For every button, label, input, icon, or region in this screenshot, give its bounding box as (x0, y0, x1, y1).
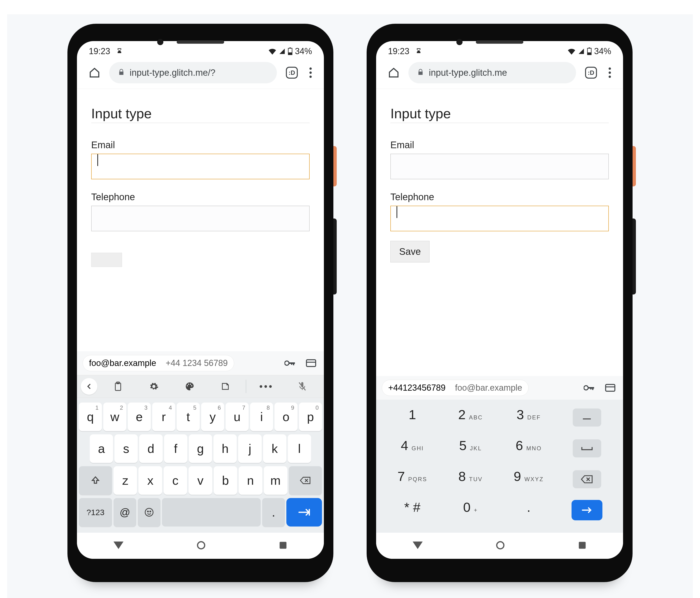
key-l[interactable]: l (288, 434, 311, 463)
nav-back-icon[interactable] (413, 542, 423, 550)
dial-key-5[interactable]: 5JKL (442, 438, 500, 459)
chevron-left-icon[interactable] (81, 378, 97, 395)
autofill-chip[interactable]: +44123456789 foo@bar.example (382, 380, 529, 396)
overflow-menu-icon[interactable] (307, 65, 315, 80)
telephone-field[interactable] (390, 206, 609, 231)
home-icon[interactable] (86, 65, 103, 81)
key-f[interactable]: f (164, 434, 188, 463)
key-b[interactable]: b (214, 466, 237, 495)
divider (390, 123, 609, 123)
battery-percent: 34% (594, 46, 611, 56)
password-key-icon[interactable] (579, 384, 599, 391)
svg-rect-8 (293, 363, 294, 365)
key-y[interactable]: 6y (201, 402, 224, 431)
telephone-field[interactable] (91, 206, 310, 231)
telephone-label: Telephone (91, 192, 310, 202)
symbols-key[interactable]: ?123 (79, 498, 112, 526)
dial-key-7[interactable]: 7PQRS (383, 469, 442, 490)
key-row-2: asdfghjkl (79, 434, 322, 463)
sticker-icon[interactable] (207, 382, 243, 391)
at-key[interactable]: @ (114, 498, 136, 526)
address-bar[interactable]: input-type.glitch.me/? (109, 62, 277, 83)
overflow-menu-icon[interactable] (606, 65, 614, 80)
card-icon[interactable] (304, 359, 318, 367)
key-r[interactable]: 4r (152, 402, 175, 431)
nav-home-icon[interactable] (196, 541, 206, 551)
palette-icon[interactable] (172, 382, 207, 391)
key-j[interactable]: j (238, 434, 261, 463)
nav-recents-icon[interactable] (578, 541, 586, 550)
dial-key-enter[interactable] (558, 499, 616, 521)
dial-key-* #[interactable]: * # (383, 499, 442, 521)
nav-recents-icon[interactable] (279, 541, 287, 550)
gear-icon[interactable] (136, 382, 172, 391)
key-x[interactable]: x (139, 466, 162, 495)
dial-key-space[interactable] (558, 438, 616, 459)
key-a[interactable]: a (90, 434, 113, 463)
url-text: input-type.glitch.me (429, 68, 507, 78)
key-h[interactable]: h (214, 434, 237, 463)
autofill-chip[interactable]: foo@bar.example +44 1234 56789 (83, 355, 234, 371)
dialpad-keyboard: +44123456789 foo@bar.example 12ABC3DEF–4… (376, 376, 623, 533)
key-k[interactable]: k (263, 434, 286, 463)
dial-key-.[interactable]: . (500, 499, 558, 521)
key-s[interactable]: s (115, 434, 138, 463)
key-e[interactable]: 3e (128, 402, 151, 431)
key-u[interactable]: 7u (226, 402, 249, 431)
save-button[interactable]: Save (390, 241, 429, 263)
save-button[interactable] (91, 253, 122, 267)
phone-email-keyboard: 19:23 34% input-type.glitch.me/? (68, 24, 333, 582)
shift-key[interactable] (79, 466, 112, 495)
key-c[interactable]: c (164, 466, 187, 495)
password-key-icon[interactable] (280, 359, 300, 367)
svg-point-26 (584, 386, 588, 390)
front-camera (157, 39, 164, 45)
key-i[interactable]: 8i (250, 402, 273, 431)
home-icon[interactable] (385, 65, 402, 81)
dial-key-9[interactable]: 9WXYZ (500, 469, 558, 490)
svg-rect-33 (579, 542, 586, 549)
key-m[interactable]: m (264, 466, 287, 495)
dial-key-1[interactable]: 1 (383, 407, 442, 428)
key-p[interactable]: 0p (299, 402, 322, 431)
key-v[interactable]: v (189, 466, 212, 495)
svg-point-15 (145, 508, 153, 516)
tabs-button[interactable]: :D (283, 64, 300, 81)
key-w[interactable]: 2w (103, 402, 126, 431)
browser-toolbar: input-type.glitch.me :D (376, 59, 623, 89)
clipboard-icon[interactable] (100, 382, 136, 391)
key-q[interactable]: 1q (79, 402, 102, 431)
svg-point-23 (608, 68, 611, 70)
dial-key--[interactable]: – (558, 407, 616, 428)
more-icon[interactable]: ••• (249, 381, 284, 392)
key-d[interactable]: d (139, 434, 162, 463)
mic-off-icon[interactable] (284, 381, 320, 391)
key-n[interactable]: n (239, 466, 262, 495)
key-z[interactable]: z (114, 466, 137, 495)
dial-key-4[interactable]: 4GHI (383, 438, 442, 459)
dial-key-0[interactable]: 0+ (442, 499, 500, 521)
dial-key-6[interactable]: 6MNO (500, 438, 558, 459)
key-row-1: 1q2w3e4r5t6y7u8i9o0p (79, 402, 322, 431)
cell-signal-icon (578, 48, 584, 55)
dial-key-8[interactable]: 8TUV (442, 469, 500, 490)
card-icon[interactable] (603, 384, 617, 392)
enter-key[interactable] (286, 498, 322, 526)
spacebar[interactable] (162, 498, 261, 526)
emoji-key[interactable] (138, 498, 160, 526)
dial-key-2[interactable]: 2ABC (442, 407, 500, 428)
email-field[interactable] (91, 154, 310, 179)
nav-back-icon[interactable] (114, 542, 123, 550)
tabs-button[interactable]: :D (583, 64, 599, 81)
period-key[interactable]: . (262, 498, 285, 526)
key-g[interactable]: g (189, 434, 212, 463)
dial-key-bksp[interactable] (558, 469, 616, 490)
address-bar[interactable]: input-type.glitch.me (408, 62, 576, 83)
nav-home-icon[interactable] (496, 541, 505, 551)
hourglass-icon (116, 48, 123, 55)
backspace-key[interactable] (289, 466, 322, 495)
key-t[interactable]: 5t (177, 402, 200, 431)
dial-key-3[interactable]: 3DEF (500, 407, 558, 428)
key-o[interactable]: 9o (274, 402, 298, 431)
email-field[interactable] (390, 154, 609, 179)
